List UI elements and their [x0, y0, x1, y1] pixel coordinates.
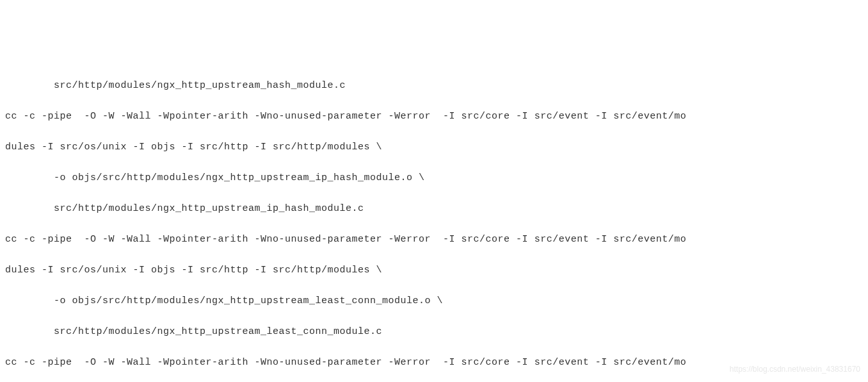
- terminal-line: cc -c -pipe -O -W -Wall -Wpointer-arith …: [5, 232, 863, 247]
- terminal-line: src/http/modules/ngx_http_upstream_least…: [5, 324, 863, 340]
- terminal-line: src/http/modules/ngx_http_upstream_hash_…: [5, 78, 863, 94]
- terminal-line: -o objs/src/http/modules/ngx_http_upstre…: [5, 294, 863, 309]
- terminal-line: cc -c -pipe -O -W -Wall -Wpointer-arith …: [5, 109, 863, 124]
- terminal-line: dules -I src/os/unix -I objs -I src/http…: [5, 140, 863, 155]
- terminal-line: -o objs/src/http/modules/ngx_http_upstre…: [5, 170, 863, 186]
- terminal-line: cc -c -pipe -O -W -Wall -Wpointer-arith …: [5, 355, 863, 370]
- terminal-line: dules -I src/os/unix -I objs -I src/http…: [5, 263, 863, 278]
- terminal-output: src/http/modules/ngx_http_upstream_hash_…: [5, 63, 863, 382]
- terminal-line: src/http/modules/ngx_http_upstream_ip_ha…: [5, 201, 863, 217]
